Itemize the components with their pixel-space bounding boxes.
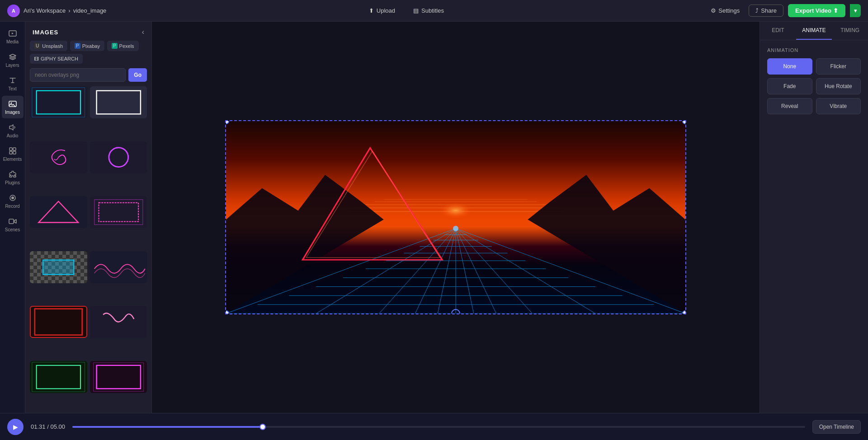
- subtitles-button[interactable]: ▤ Subtitles: [409, 5, 448, 16]
- current-time: 01.31: [31, 423, 46, 430]
- image-grid: [25, 86, 151, 413]
- panel-close-button[interactable]: ‹: [142, 28, 144, 36]
- search-row: Go: [25, 68, 151, 86]
- animation-section-label: ANIMATION: [767, 47, 861, 53]
- workspace-logo: A: [7, 5, 20, 17]
- animation-grid: None Flicker Fade Hue Rotate Reveal Vibr…: [767, 58, 861, 114]
- search-button[interactable]: Go: [128, 68, 147, 82]
- icon-sidebar: Media Layers Text Images Audio: [0, 22, 25, 413]
- sidebar-item-text[interactable]: Text: [2, 72, 24, 95]
- anim-none-button[interactable]: None: [767, 58, 812, 75]
- sidebar-item-scenes[interactable]: Scenes: [2, 213, 24, 236]
- source-pixabay[interactable]: P Pixabay: [70, 41, 104, 51]
- svg-point-2: [10, 103, 12, 104]
- topbar: A Ari's Workspace › video_image ⬆ Upload…: [0, 0, 868, 22]
- timeline-scrubber[interactable]: [72, 426, 805, 428]
- sidebar-item-plugins[interactable]: Plugins: [2, 166, 24, 189]
- image-thumb-7[interactable]: [30, 251, 87, 283]
- right-tabs: EDIT ANIMATE TIMING: [760, 22, 868, 40]
- images-panel: IMAGES ‹ U Unsplash P Pixabay P Pexels 🎞…: [25, 22, 152, 413]
- share-button[interactable]: ⤴ Share: [749, 5, 783, 17]
- elements-label: Elements: [3, 157, 22, 162]
- open-timeline-button[interactable]: Open Timeline: [812, 420, 861, 434]
- panel-header: IMAGES ‹: [25, 22, 151, 41]
- search-input[interactable]: [30, 68, 126, 82]
- anim-hue-rotate-button[interactable]: Hue Rotate: [816, 78, 861, 94]
- sidebar-item-images[interactable]: Images: [2, 96, 24, 118]
- anim-flicker-button[interactable]: Flicker: [816, 58, 861, 75]
- handle-bottom-right[interactable]: [682, 310, 686, 314]
- time-display: 01.31 / 05.00: [31, 423, 65, 430]
- svg-rect-22: [93, 362, 143, 391]
- unsplash-icon: U: [34, 43, 40, 49]
- canvas-frame[interactable]: [225, 120, 686, 314]
- image-thumb-1[interactable]: [30, 86, 87, 118]
- anim-vibrate-button[interactable]: Vibrate: [816, 98, 861, 114]
- image-thumb-10[interactable]: [90, 306, 147, 338]
- plugins-icon: [8, 170, 17, 179]
- svg-point-13: [108, 147, 128, 167]
- sidebar-item-media[interactable]: Media: [2, 25, 24, 48]
- sidebar-item-layers[interactable]: Layers: [2, 49, 24, 71]
- breadcrumb-sep: ›: [68, 7, 70, 14]
- image-thumb-9[interactable]: [30, 306, 87, 338]
- plugins-label: Plugins: [5, 180, 20, 185]
- image-thumb-4[interactable]: [90, 141, 147, 173]
- timeline-bar: ▶ 01.31 / 05.00 Open Timeline: [0, 413, 868, 440]
- source-pexels[interactable]: P Pexels: [107, 41, 139, 51]
- tab-animate[interactable]: ANIMATE: [796, 22, 832, 40]
- breadcrumb: Ari's Workspace › video_image: [24, 7, 106, 14]
- svg-rect-11: [32, 88, 85, 117]
- anim-fade-button[interactable]: Fade: [767, 78, 812, 94]
- svg-rect-1: [9, 101, 16, 107]
- anim-reveal-button[interactable]: Reveal: [767, 98, 812, 114]
- image-thumb-5[interactable]: [30, 196, 87, 228]
- image-thumb-11[interactable]: [30, 361, 87, 393]
- scenes-label: Scenes: [5, 227, 20, 232]
- time-sep: /: [47, 423, 49, 430]
- giphy-icon: 🎞: [34, 56, 39, 61]
- upload-button[interactable]: ⬆ Upload: [364, 5, 400, 16]
- layers-icon: [8, 52, 17, 61]
- images-icon: [8, 99, 17, 108]
- svg-marker-14: [38, 201, 78, 223]
- image-thumb-2[interactable]: [90, 86, 147, 118]
- svg-rect-3: [9, 148, 12, 150]
- image-thumb-6[interactable]: [90, 196, 147, 228]
- svg-rect-4: [13, 148, 16, 150]
- svg-rect-9: [9, 219, 14, 224]
- sidebar-item-audio[interactable]: Audio: [2, 119, 24, 142]
- workspace-name: Ari's Workspace: [24, 7, 66, 14]
- image-thumb-3[interactable]: [30, 141, 87, 173]
- export-button[interactable]: Export Video ⬆: [788, 4, 845, 17]
- export-chevron-button[interactable]: ▾: [850, 4, 861, 17]
- play-button[interactable]: ▶: [7, 419, 24, 435]
- source-unsplash[interactable]: U Unsplash: [30, 41, 67, 51]
- scrubber-thumb[interactable]: [259, 424, 266, 430]
- audio-label: Audio: [7, 133, 19, 138]
- source-giphy[interactable]: 🎞 GIPHY SEARCH: [30, 54, 83, 64]
- tab-edit[interactable]: EDIT: [760, 22, 796, 40]
- tab-timing[interactable]: TIMING: [832, 22, 868, 40]
- record-icon: [8, 193, 17, 202]
- topbar-center: ⬆ Upload ▤ Subtitles: [364, 5, 448, 16]
- text-icon: [8, 76, 17, 85]
- pixabay-icon: P: [75, 43, 80, 49]
- canvas-area: [152, 22, 760, 413]
- svg-rect-19: [37, 365, 80, 389]
- svg-rect-17: [43, 260, 74, 274]
- elements-icon: [8, 146, 17, 155]
- settings-button[interactable]: ⚙ Settings: [706, 5, 744, 16]
- image-thumb-12[interactable]: [90, 361, 147, 393]
- media-icon: [8, 29, 17, 38]
- sidebar-item-record[interactable]: Record: [2, 190, 24, 212]
- image-thumb-8[interactable]: [90, 251, 147, 283]
- right-panel: EDIT ANIMATE TIMING ANIMATION None Flick…: [760, 22, 868, 413]
- upload-icon: ⬆: [369, 7, 374, 14]
- svg-rect-20: [32, 362, 85, 391]
- project-name: video_image: [73, 7, 107, 14]
- sidebar-item-elements[interactable]: Elements: [2, 143, 24, 165]
- subtitles-icon: ▤: [413, 7, 419, 14]
- topbar-left: A Ari's Workspace › video_image: [7, 5, 106, 17]
- svg-rect-12: [96, 91, 140, 114]
